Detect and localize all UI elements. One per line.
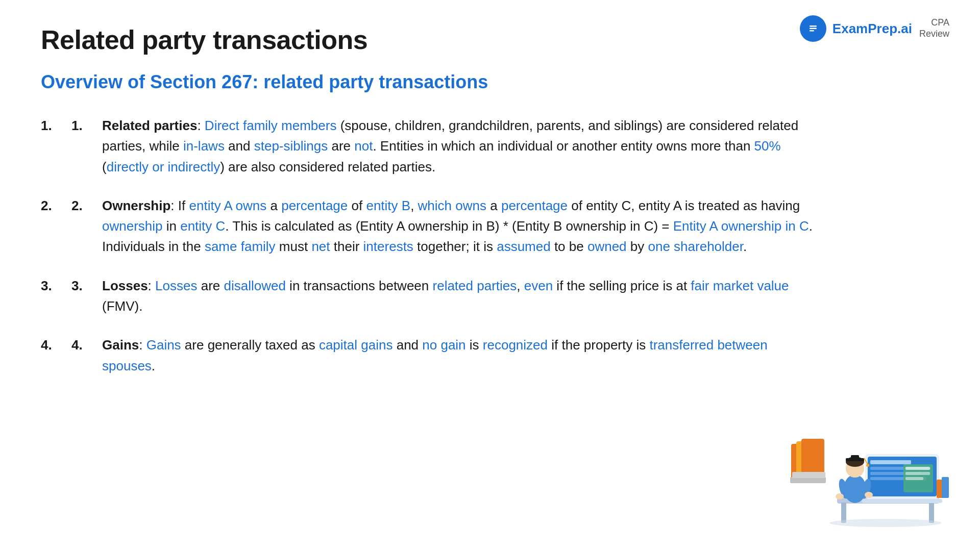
svg-rect-19 [905,467,930,470]
svg-rect-8 [792,472,825,478]
list-item-2: 2. Ownership: If entity A owns a percent… [41,195,939,257]
item-content-4: Gains: Gains are generally taxed as capi… [102,335,817,376]
list-item-1: 1. Related parties: Direct family member… [41,115,939,177]
svg-rect-3 [810,30,814,32]
brand-header: ExamPrep.ai CPAReview [800,15,949,42]
item-text-3: : Losses are disallowed in transactions … [102,278,789,314]
svg-rect-10 [841,503,846,523]
list-item-3: 3. Losses: Losses are disallowed in tran… [41,276,939,317]
brand-subtitle: CPAReview [919,17,949,39]
illustration-svg [786,413,949,536]
svg-rect-2 [810,28,817,30]
item-content-3: Losses: Losses are disallowed in transac… [102,276,817,317]
svg-rect-1 [810,26,817,27]
item-text-4: : Gains are generally taxed as capital g… [102,337,768,373]
svg-rect-22 [862,499,942,503]
svg-point-32 [836,493,844,499]
svg-rect-21 [905,477,923,480]
item-label-4: Gains [102,337,139,353]
page-container: ExamPrep.ai CPAReview Related party tran… [0,0,980,415]
item-text-1: : Direct family members (spouse, childre… [102,118,798,174]
svg-rect-20 [905,472,930,475]
svg-point-33 [865,492,873,498]
svg-point-36 [829,519,942,527]
list-item-4: 4. Gains: Gains are generally taxed as c… [41,335,939,376]
brand-logo-icon [805,21,821,36]
content-list: 1. Related parties: Direct family member… [41,115,939,376]
item-label-1: Related parties [102,118,197,133]
svg-rect-11 [929,503,934,523]
brand-icon [800,15,826,42]
brand-logo: ExamPrep.ai [800,15,912,42]
svg-rect-14 [870,460,911,464]
item-label-3: Losses [102,278,148,293]
svg-rect-35 [942,477,949,498]
item-text-2: : If entity A owns a percentage of entit… [102,198,813,255]
brand-name: ExamPrep.ai [832,21,912,37]
section-subtitle: Overview of Section 267: related party t… [41,71,939,93]
svg-point-29 [866,464,869,467]
illustration [786,413,949,536]
item-content-2: Ownership: If entity A owns a percentage… [102,195,817,257]
brand-name-colored: ExamPrep [832,21,897,36]
item-content-1: Related parties: Direct family members (… [102,115,817,177]
brand-name-suffix: .ai [897,21,912,36]
item-label-2: Ownership [102,198,170,213]
svg-rect-27 [851,455,859,459]
